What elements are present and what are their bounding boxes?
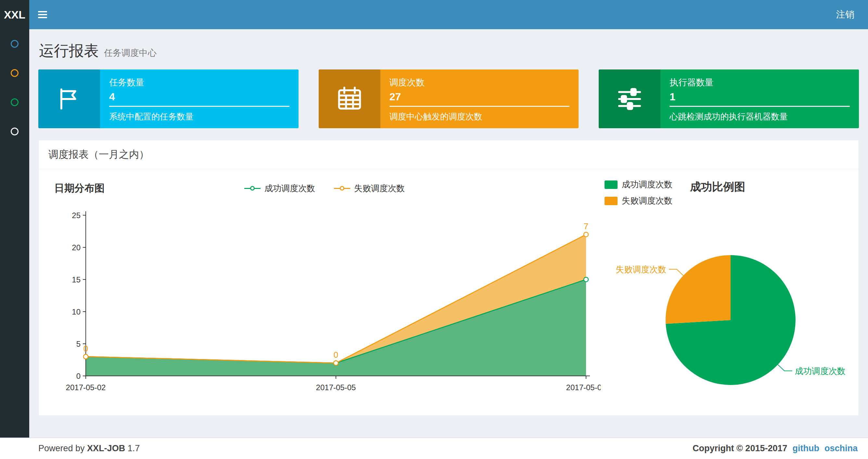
info-box-jobs: 任务数量 4 系统中配置的任务数量 (38, 69, 299, 128)
y-tick-label: 5 (76, 339, 81, 348)
fail-point (334, 361, 338, 365)
sidebar-item-4[interactable] (0, 117, 29, 146)
info-box-description: 调度中心触发的调度次数 (390, 111, 570, 122)
top-navbar: XXL 注销 (0, 0, 868, 29)
page-header: 运行报表 任务调度中心 (38, 29, 859, 69)
progress-line (670, 106, 850, 107)
legend-item-success[interactable]: 成功调度次数 (244, 183, 315, 194)
pie-label-line (778, 364, 792, 371)
sidebar-item-2[interactable] (0, 59, 29, 88)
info-box-title: 调度次数 (390, 76, 570, 88)
line-chart-header: 日期分布图 成功调度次数 失败调度次数 (49, 177, 601, 199)
footer-right: Copyright © 2015-2017 github oschina (692, 444, 858, 454)
hamburger-icon (38, 9, 47, 20)
pie-label-line (669, 269, 683, 275)
circle-icon (11, 98, 19, 106)
sidebar (0, 29, 29, 437)
panel-body: 日期分布图 成功调度次数 失败调度次数 05101520252017-05-02… (39, 169, 859, 416)
circle-icon (11, 40, 19, 48)
circle-icon (11, 128, 19, 135)
logout-link[interactable]: 注销 (823, 0, 868, 29)
y-tick-label: 25 (72, 211, 81, 220)
pie-chart-legend: 成功调度次数 失败调度次数 (604, 179, 673, 206)
legend-item-fail[interactable]: 失败调度次数 (334, 183, 405, 194)
powered-by: Powered by XXL-JOB 1.7 (38, 444, 140, 454)
calendar-icon (319, 69, 380, 128)
powered-prefix: Powered by (38, 444, 85, 453)
page-footer: Powered by XXL-JOB 1.7 Copyright © 2015-… (0, 437, 868, 459)
line-chart-legend: 成功调度次数 失败调度次数 (49, 177, 601, 199)
pie-chart-header: 成功调度次数 失败调度次数 成功比例图 (601, 177, 861, 206)
product-name: XXL-JOB (87, 444, 125, 453)
flag-icon (38, 69, 100, 128)
legend-label: 成功调度次数 (265, 183, 315, 194)
progress-line (390, 106, 570, 107)
page-title: 运行报表 (39, 41, 99, 61)
y-tick-label: 20 (72, 243, 81, 252)
point-label: 0 (84, 344, 88, 354)
info-box-title: 执行器数量 (670, 76, 850, 88)
pie-chart-svg: 成功调度次数失败调度次数 (601, 206, 861, 401)
info-box-executors: 执行器数量 1 心跳检测成功的执行器机器数量 (599, 69, 859, 128)
sidebar-item-1[interactable] (0, 29, 29, 59)
info-box-value: 27 (390, 91, 570, 103)
y-tick-label: 15 (72, 275, 81, 284)
pie-chart-title: 成功比例图 (690, 179, 745, 194)
info-box-description: 心跳检测成功的执行器机器数量 (670, 111, 850, 122)
legend-label: 失败调度次数 (354, 183, 405, 194)
info-box-row: 任务数量 4 系统中配置的任务数量 调度次数 27 调度中心触发的调度次数 (38, 69, 859, 128)
github-link[interactable]: github (793, 444, 819, 454)
y-tick-label: 10 (72, 307, 81, 316)
app-logo[interactable]: XXL (0, 0, 29, 29)
line-chart-svg: 05101520252017-05-022017-05-052017-05-08… (49, 199, 601, 400)
panel-title: 调度报表（一月之内） (39, 140, 859, 169)
point-label: 0 (334, 350, 338, 360)
fail-point (84, 355, 88, 359)
oschina-link[interactable]: oschina (825, 444, 858, 454)
info-box-title: 任务数量 (109, 76, 289, 88)
y-tick-label: 0 (76, 372, 81, 381)
report-panel: 调度报表（一月之内） 日期分布图 成功调度次数 失败调度次数 (38, 140, 859, 416)
date-distribution-chart: 日期分布图 成功调度次数 失败调度次数 05101520252017-05-02… (49, 177, 601, 402)
x-tick-label: 2017-05-08 (566, 383, 601, 392)
fail-point (584, 232, 588, 237)
line-marker-icon (244, 186, 260, 191)
circle-icon (11, 69, 19, 77)
info-box-body: 执行器数量 1 心跳检测成功的执行器机器数量 (660, 69, 859, 128)
line-marker-icon (334, 186, 350, 191)
sidebar-item-3[interactable] (0, 88, 29, 117)
info-box-value: 1 (670, 91, 850, 103)
legend-item-fail[interactable]: 失败调度次数 (604, 195, 673, 206)
legend-label: 成功调度次数 (622, 179, 673, 190)
legend-item-success[interactable]: 成功调度次数 (604, 179, 673, 190)
info-box-body: 任务数量 4 系统中配置的任务数量 (100, 69, 299, 128)
swatch-icon (604, 197, 618, 205)
product-version: 1.7 (128, 444, 140, 453)
page-subtitle: 任务调度中心 (104, 47, 157, 59)
legend-label: 失败调度次数 (622, 195, 673, 206)
info-box-body: 调度次数 27 调度中心触发的调度次数 (380, 69, 579, 128)
point-label: 7 (584, 221, 588, 231)
pie-slice-1 (665, 255, 731, 324)
sidebar-toggle-button[interactable] (29, 0, 56, 29)
success-point (584, 277, 588, 282)
pie-label: 成功调度次数 (795, 366, 845, 376)
info-box-value: 4 (109, 91, 289, 103)
info-box-description: 系统中配置的任务数量 (109, 111, 289, 122)
x-tick-label: 2017-05-05 (316, 383, 356, 392)
progress-line (109, 106, 289, 107)
swatch-icon (604, 181, 618, 189)
pie-label: 失败调度次数 (616, 265, 666, 274)
info-box-triggers: 调度次数 27 调度中心触发的调度次数 (319, 69, 579, 128)
success-ratio-chart: 成功调度次数 失败调度次数 成功比例图 成功调度次数失败调度次数 (601, 177, 861, 402)
main-content: 运行报表 任务调度中心 任务数量 4 系统中配置的任务数量 (29, 29, 868, 416)
x-tick-label: 2017-05-02 (66, 383, 106, 392)
copyright-text: Copyright © 2015-2017 (692, 444, 787, 454)
sliders-icon (599, 69, 660, 128)
